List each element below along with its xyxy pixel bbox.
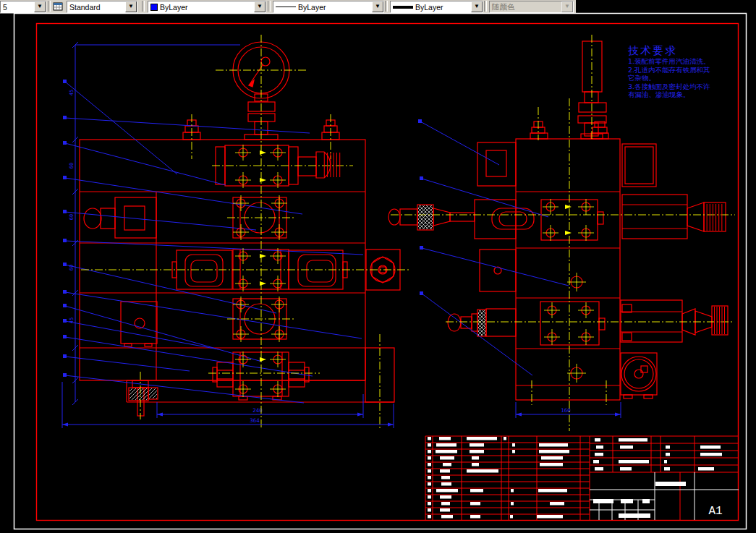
table-cell-text [441, 515, 453, 519]
title-cell-text [619, 513, 650, 518]
table-cell-text [472, 456, 479, 460]
table-cell-text [666, 453, 670, 456]
table-cell-text [428, 502, 431, 506]
table-cell-text [439, 437, 451, 440]
table-cell-text [441, 476, 450, 479]
table-cell-text [472, 463, 479, 466]
table-cell-text [467, 469, 498, 473]
table-cell-text [441, 482, 451, 486]
dimension-extensions [62, 45, 621, 428]
table-cell-text [428, 482, 431, 486]
table-cell-text [470, 502, 480, 506]
balloon-marker [418, 119, 422, 123]
table-cell-text [470, 443, 484, 447]
balloon-marker [63, 263, 67, 266]
balloon-marker [63, 80, 67, 83]
table-cell-text [539, 443, 568, 447]
balloon-marker [63, 319, 67, 323]
title-block: A1 [425, 436, 739, 520]
application-window: 5 ▼ Standard ▼ ByLayer ▼ ByLayer [0, 0, 756, 533]
tech-req-line: 有漏油、渗油现象。 [628, 90, 738, 99]
table-cell-text [436, 450, 457, 453]
front-view [80, 42, 400, 416]
title-cell-text [642, 499, 650, 503]
balloon-marker [63, 239, 67, 242]
chain-dim-label: 45 [69, 317, 75, 323]
balloon-marker [63, 373, 67, 377]
table-cell-text [512, 443, 515, 447]
technical-requirements-title: 技术要求 [628, 45, 738, 57]
sheet-size-label: A1 [708, 505, 722, 518]
table-cell-text [595, 467, 603, 471]
table-cell-text [664, 467, 670, 471]
table-cell-text [596, 445, 603, 449]
balloon-marker [420, 291, 423, 295]
top-valve-stack [530, 41, 608, 139]
table-cell-text [539, 450, 569, 453]
table-cell-text [428, 515, 431, 519]
technical-requirements: 技术要求 1.装配前零件用汽油清洗。 2.孔道内不能存有铁屑和其 它杂物。 3.… [628, 45, 738, 99]
table-cell-text [428, 469, 431, 473]
table-cell-text [436, 443, 456, 447]
table-cell-text [550, 502, 564, 506]
table-cell-text [700, 445, 721, 449]
table-cell-text [700, 453, 722, 456]
title-cell-text [621, 499, 633, 503]
chain-dim-label: 60 [69, 163, 75, 169]
table-cell-text [698, 467, 714, 471]
table-cell-text [510, 515, 513, 519]
table-cell-text [441, 502, 450, 506]
table-cell-text [620, 467, 632, 471]
chain-dim-label: 60 [69, 214, 75, 220]
table-cell-text [467, 437, 497, 440]
balloon-marker [63, 335, 67, 338]
table-cell-text [619, 438, 647, 442]
table-cell-text [619, 460, 649, 464]
table-cell-text [511, 502, 514, 506]
table-cell-text [512, 450, 515, 453]
balloon-marker [63, 116, 67, 119]
table-cell-text [511, 489, 514, 493]
table-cell-text [428, 443, 431, 447]
table-cell-text [436, 489, 458, 493]
table-cell-text [428, 463, 431, 466]
table-cell-text [504, 437, 506, 440]
table-cell-text [428, 456, 431, 460]
title-cell-text [593, 499, 613, 503]
title-cell-text [655, 482, 686, 486]
table-cell-text [470, 489, 483, 493]
table-cell-text [428, 495, 431, 499]
table-cell-text [470, 450, 484, 453]
table-cell-text [593, 460, 599, 464]
balloon-marker [63, 354, 67, 358]
table-cell-text [595, 453, 603, 456]
table-cell-text [541, 456, 563, 460]
balloon-marker [63, 304, 67, 307]
table-cell-text [428, 508, 431, 512]
table-cell-text [428, 437, 431, 440]
table-cell-text [470, 515, 480, 519]
table-cell-text [440, 495, 451, 499]
table-cell-text [664, 460, 667, 464]
table-cell-text [540, 463, 563, 466]
table-cell-text [440, 456, 454, 460]
balloon-marker [420, 176, 423, 180]
table-cell-text [620, 445, 633, 449]
dim-front-overall: 364 [250, 417, 260, 424]
balloon-marker [63, 210, 67, 213]
balloon-marker [63, 141, 67, 145]
table-cell-text [443, 463, 451, 466]
balloon-marker [420, 246, 423, 250]
tech-req-line: 它杂物。 [628, 74, 738, 82]
balloon-marker [63, 290, 67, 294]
table-cell-text [428, 489, 431, 493]
table-cell-text [428, 476, 431, 479]
table-cell-text [595, 438, 600, 442]
table-cell-text [428, 450, 431, 453]
table-cell-text [538, 489, 567, 493]
tech-req-line: 3.各接触面及密封处均不许 [628, 82, 738, 91]
chain-dim-label: 45 [69, 90, 75, 95]
tech-req-line: 2.孔道内不能存有铁屑和其 [628, 66, 738, 74]
table-cell-text [537, 515, 563, 519]
dimension-texts: 240 364 160 [250, 407, 571, 424]
